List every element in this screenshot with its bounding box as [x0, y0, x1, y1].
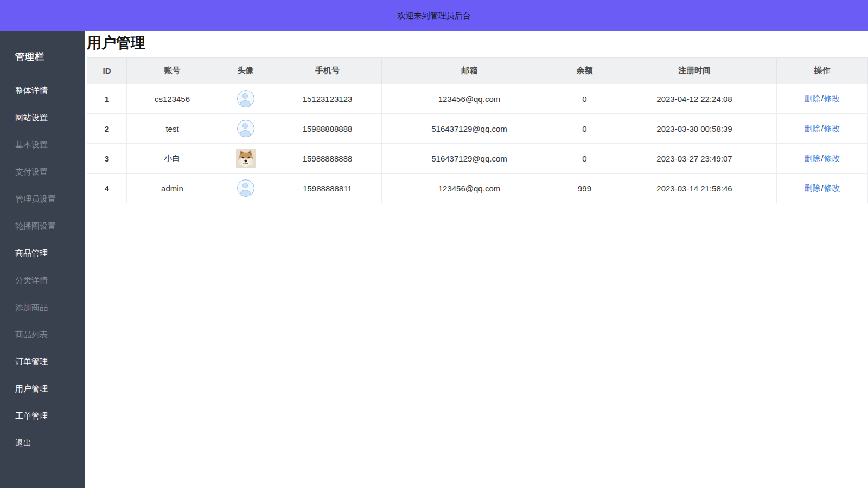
- user-registered: 2023-04-12 22:24:08: [612, 84, 777, 114]
- sidebar-item-add-product[interactable]: 添加商品: [15, 294, 85, 321]
- user-id: 3: [87, 144, 127, 174]
- user-actions-cell: 删除/修改: [777, 114, 868, 144]
- sidebar-item-site-settings[interactable]: 网站设置: [15, 104, 85, 131]
- user-id: 1: [87, 84, 127, 114]
- delete-link[interactable]: 删除: [804, 124, 820, 133]
- topbar: 欢迎来到管理员后台: [0, 0, 868, 31]
- table-row: 3 小白: [87, 144, 868, 174]
- action-separator: /: [821, 124, 823, 133]
- delete-link[interactable]: 删除: [804, 94, 820, 103]
- column-header-registered: 注册时间: [612, 58, 777, 84]
- user-email: 516437129@qq.com: [382, 144, 557, 174]
- users-table: ID 账号 头像 手机号 邮箱 余额 注册时间 操作 1 cs123456: [87, 57, 868, 203]
- user-phone: 15988888811: [273, 174, 382, 203]
- table-row: 2 test 15988888888 516437129@qq.com 0 20…: [87, 114, 868, 144]
- column-header-id: ID: [87, 58, 127, 84]
- user-actions-cell: 删除/修改: [777, 144, 868, 174]
- sidebar-item-order-management[interactable]: 订单管理: [15, 348, 85, 375]
- user-account: test: [127, 114, 218, 144]
- modify-link[interactable]: 修改: [824, 183, 840, 192]
- sidebar-menu: 整体详情 网站设置 基本设置 支付设置 管理员设置 轮播图设置 商品管理 分类详…: [0, 77, 85, 457]
- user-phone: 15988888888: [273, 114, 382, 144]
- user-avatar-cell: [218, 114, 273, 144]
- delete-link[interactable]: 删除: [804, 183, 820, 192]
- sidebar-item-basic-settings[interactable]: 基本设置: [15, 131, 85, 158]
- user-email: 516437129@qq.com: [382, 114, 557, 144]
- action-separator: /: [821, 94, 823, 103]
- user-balance: 0: [557, 114, 612, 144]
- sidebar-item-product-list[interactable]: 商品列表: [15, 321, 85, 348]
- dog-avatar-image: [236, 149, 256, 168]
- user-email: 123456@qq.com: [382, 84, 557, 114]
- column-header-actions: 操作: [777, 58, 868, 84]
- delete-link[interactable]: 删除: [804, 153, 820, 163]
- column-header-balance: 余额: [557, 58, 612, 84]
- user-account: 小白: [127, 144, 218, 174]
- sidebar-item-payment-settings[interactable]: 支付设置: [15, 158, 85, 185]
- user-id: 4: [87, 174, 127, 203]
- main-content: 用户管理 ID 账号 头像 手机号 邮箱 余额 注册时间 操作: [85, 31, 868, 488]
- user-balance: 0: [557, 84, 612, 114]
- user-balance: 0: [557, 144, 612, 174]
- user-email: 123456@qq.com: [382, 174, 557, 203]
- table-row: 1 cs123456 15123123123 123456@qq.com 0 2…: [87, 84, 868, 114]
- sidebar: 管理栏 整体详情 网站设置 基本设置 支付设置 管理员设置 轮播图设置 商品管理…: [0, 31, 85, 488]
- user-account: admin: [127, 174, 218, 203]
- modify-link[interactable]: 修改: [824, 124, 840, 133]
- table-row: 4 admin 15988888811 123456@qq.com 999 20…: [87, 174, 868, 203]
- user-avatar-cell: [218, 144, 273, 174]
- table-header-row: ID 账号 头像 手机号 邮箱 余额 注册时间 操作: [87, 58, 868, 84]
- action-separator: /: [821, 183, 823, 192]
- column-header-avatar: 头像: [218, 58, 273, 84]
- column-header-phone: 手机号: [273, 58, 382, 84]
- user-registered: 2023-03-30 00:58:39: [612, 114, 777, 144]
- page-title: 用户管理: [87, 31, 868, 57]
- sidebar-item-carousel-settings[interactable]: 轮播图设置: [15, 213, 85, 240]
- sidebar-item-admin-settings[interactable]: 管理员设置: [15, 185, 85, 213]
- user-actions-cell: 删除/修改: [777, 174, 868, 203]
- modify-link[interactable]: 修改: [824, 94, 840, 103]
- sidebar-item-ticket-management[interactable]: 工单管理: [15, 402, 85, 429]
- sidebar-item-product-management[interactable]: 商品管理: [15, 240, 85, 267]
- user-phone: 15988888888: [273, 144, 382, 174]
- user-registered: 2023-03-14 21:58:46: [612, 174, 777, 203]
- default-user-avatar-icon: [237, 179, 254, 197]
- modify-link[interactable]: 修改: [824, 153, 840, 163]
- column-header-account: 账号: [127, 58, 218, 84]
- column-header-email: 邮箱: [382, 58, 557, 84]
- sidebar-title: 管理栏: [15, 50, 85, 63]
- user-phone: 15123123123: [273, 84, 382, 114]
- user-avatar-cell: [218, 174, 273, 203]
- user-registered: 2023-03-27 23:49:07: [612, 144, 777, 174]
- user-balance: 999: [557, 174, 612, 203]
- user-id: 2: [87, 114, 127, 144]
- default-user-avatar-icon: [237, 120, 254, 137]
- default-user-avatar-icon: [237, 90, 254, 107]
- sidebar-item-user-management[interactable]: 用户管理: [15, 375, 85, 402]
- user-avatar-cell: [218, 84, 273, 114]
- sidebar-item-logout[interactable]: 退出: [15, 429, 85, 457]
- user-account: cs123456: [127, 84, 218, 114]
- app-layout: 管理栏 整体详情 网站设置 基本设置 支付设置 管理员设置 轮播图设置 商品管理…: [0, 31, 868, 488]
- sidebar-item-overview[interactable]: 整体详情: [15, 77, 85, 104]
- sidebar-item-category-detail[interactable]: 分类详情: [15, 267, 85, 294]
- topbar-welcome-text: 欢迎来到管理员后台: [398, 11, 471, 20]
- action-separator: /: [821, 153, 823, 163]
- user-actions-cell: 删除/修改: [777, 84, 868, 114]
